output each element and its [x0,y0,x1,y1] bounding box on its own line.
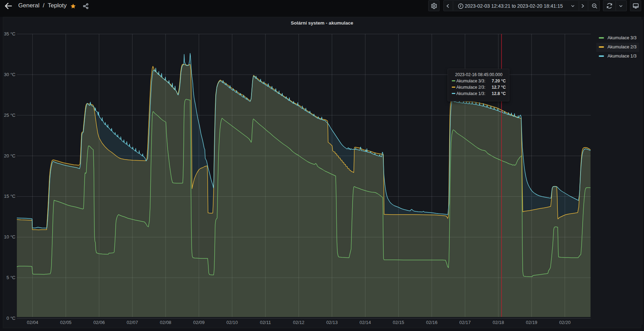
svg-text:35 °C: 35 °C [4,31,15,36]
svg-text:02/17: 02/17 [459,320,471,325]
svg-text:02/05: 02/05 [60,320,72,325]
svg-text:02/08: 02/08 [160,320,172,325]
svg-text:15 °C: 15 °C [4,194,15,199]
svg-text:0 °C: 0 °C [7,316,15,321]
svg-text:20 °C: 20 °C [4,153,15,158]
svg-text:02/09: 02/09 [193,320,205,325]
svg-text:30 °C: 30 °C [4,72,15,77]
svg-text:02/11: 02/11 [260,320,271,325]
svg-text:10 °C: 10 °C [4,234,15,239]
svg-text:02/13: 02/13 [326,320,338,325]
svg-text:02/15: 02/15 [393,320,404,325]
svg-text:25 °C: 25 °C [4,113,15,118]
svg-text:02/14: 02/14 [360,320,371,325]
svg-text:02/18: 02/18 [492,320,504,325]
svg-text:02/20: 02/20 [559,320,571,325]
svg-text:02/06: 02/06 [93,320,105,325]
svg-text:02/10: 02/10 [227,320,238,325]
svg-text:02/19: 02/19 [526,320,537,325]
svg-text:02/16: 02/16 [426,320,438,325]
svg-text:02/07: 02/07 [127,320,138,325]
svg-text:5 °C: 5 °C [7,275,15,280]
svg-text:02/04: 02/04 [27,320,38,325]
svg-text:02/12: 02/12 [293,320,304,325]
